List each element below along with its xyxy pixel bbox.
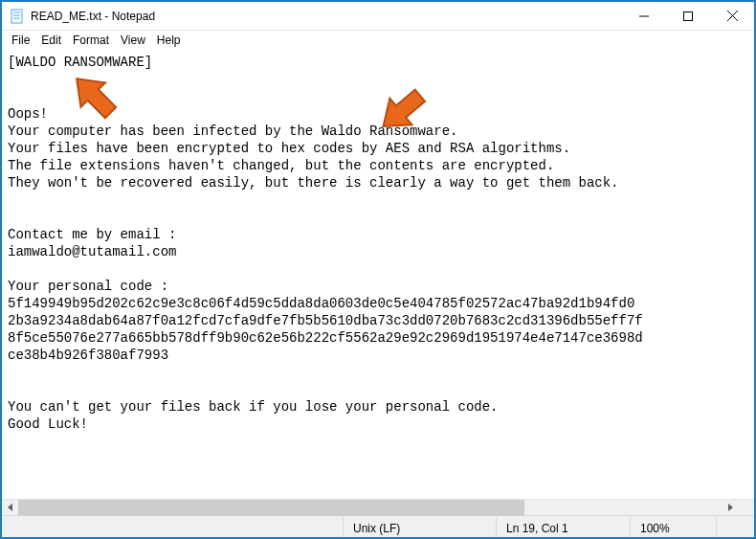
menu-format[interactable]: Format [67,33,115,48]
window-title: READ_ME.txt - Notepad [31,10,622,23]
svg-marker-11 [728,504,733,511]
ransom-header: [WALDO RANSOMWARE] [8,55,152,70]
menu-view[interactable]: View [115,33,151,48]
horizontal-scrollbar[interactable] [2,499,754,515]
status-position: Ln 19, Col 1 [496,516,630,537]
text-line: Your personal code : [8,279,168,294]
text-line: You can't get your files back if you los… [8,399,498,415]
svg-rect-5 [684,11,693,20]
text-line: 2b3a9234a8dab64a87f0a12fcd7cfa9dfe7fb5b5… [8,313,643,328]
text-line: ce38b4b926f380af7993 [8,348,168,363]
svg-marker-8 [67,69,122,124]
maximize-button[interactable] [666,2,710,30]
status-zoom: 100% [630,516,716,537]
annotation-arrow-icon [67,69,124,126]
status-encoding: Unix (LF) [343,516,496,537]
text-line: 8f5ce55076e277a665bb578dff9b90c62e56b222… [8,330,643,346]
scroll-corner [738,500,754,516]
status-blank2 [716,516,754,537]
text-line: Oops! [8,106,48,122]
titlebar: READ_ME.txt - Notepad [2,2,754,31]
statusbar: Unix (LF) Ln 19, Col 1 100% [2,515,754,537]
menubar: File Edit Format View Help [2,31,754,50]
svg-marker-10 [8,504,12,511]
text-line: The file extensions haven't changed, but… [8,158,554,173]
menu-edit[interactable]: Edit [35,33,67,48]
window-controls [622,2,754,30]
scroll-left-button[interactable] [2,500,18,516]
notepad-icon [10,9,25,24]
text-line: 5f149949b95d202c62c9e3c8c06f4d59c5dda8da… [8,296,634,311]
text-line: iamwaldo@tutamail.com [8,244,176,259]
text-area[interactable]: [WALDO RANSOMWARE] Oops! Your computer h… [2,50,754,499]
text-line: Contact me by email : [8,227,176,242]
scroll-thumb[interactable] [18,500,524,516]
status-blank [2,516,343,537]
scroll-right-button[interactable] [722,500,738,516]
text-line: Your files have been encrypted to hex co… [8,141,570,156]
text-line: Good Luck! [8,416,88,432]
svg-rect-0 [11,10,22,23]
close-button[interactable] [710,2,754,30]
text-line: Your computer has been infected by the W… [8,124,457,139]
menu-file[interactable]: File [6,33,35,48]
scroll-track[interactable] [18,500,722,516]
minimize-button[interactable] [622,2,666,30]
menu-help[interactable]: Help [151,33,187,48]
text-line: They won't be recovered easily, but ther… [8,175,619,191]
